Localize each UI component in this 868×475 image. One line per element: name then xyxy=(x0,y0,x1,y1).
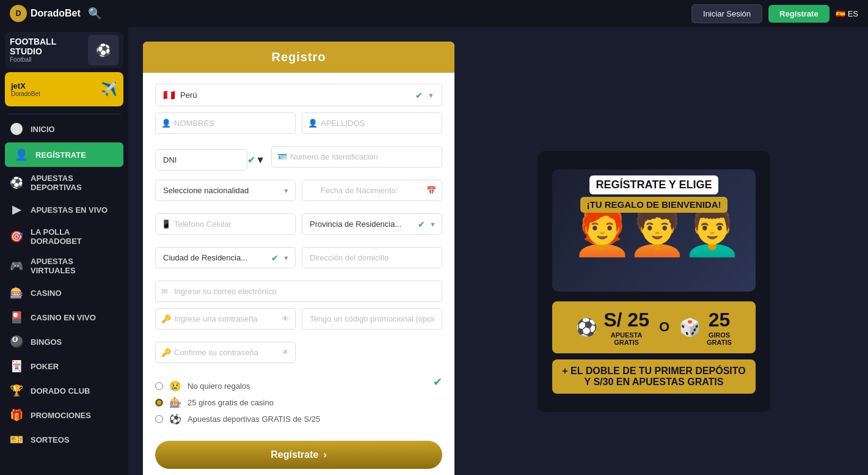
language-selector[interactable]: 🇪🇸 ES xyxy=(836,9,858,18)
search-button[interactable]: 🔍 xyxy=(88,7,101,20)
sidebar-item-promociones[interactable]: 🎁 PROMOCIONES xyxy=(0,403,128,427)
sidebar-item-sorteos[interactable]: 🎫 SORTEOS xyxy=(0,427,128,452)
promo-line2: ¡TU REGALO DE BIENVENIDA! xyxy=(586,199,721,210)
password-input[interactable] xyxy=(155,308,296,330)
sidebar-item-label: REGÍSTRATE xyxy=(35,150,114,160)
email-wrapper: ✉ xyxy=(155,281,442,302)
address-input[interactable] xyxy=(302,247,442,268)
lock2-icon: 🔑 xyxy=(161,348,171,357)
poker-icon: 🃏 xyxy=(10,359,23,373)
sidebar-banners: FOOTBALLSTUDIO Football ⚽ jetX DoradoBet… xyxy=(0,27,128,111)
register-button[interactable]: Regístrate xyxy=(768,5,830,23)
football-banner-title: FOOTBALLSTUDIO xyxy=(10,37,56,56)
password-row: 🔑 👁 xyxy=(155,308,442,336)
promo-bottom-line1: + EL DOBLE DE TU PRIMER DEPÓSITO xyxy=(562,366,745,376)
selection-check-icon: ✔ xyxy=(433,375,442,389)
phone-wrapper: 📱 xyxy=(155,213,296,235)
logo-icon: D xyxy=(10,5,27,22)
sidebar-item-apuestas-deportivas[interactable]: ⚽ APUESTAS DEPORTIVAS xyxy=(0,168,128,197)
football-banner-image: ⚽ xyxy=(88,35,119,65)
offer-separator: O xyxy=(659,319,669,335)
sidebar-item-casino[interactable]: 🎰 CASINO xyxy=(0,281,128,305)
sidebar-item-apuestas-vivo[interactable]: ▶ APUESTAS EN VIVO xyxy=(0,197,128,222)
sidebar-item-registrate[interactable]: 👤 REGÍSTRATE xyxy=(5,142,123,167)
sidebar-item-label: DORADO CLUB xyxy=(31,386,119,396)
promo-subtitle-box: ¡TU REGALO DE BIENVENIDA! xyxy=(580,197,727,213)
casino-vivo-icon: 🎴 xyxy=(10,311,23,324)
spin-emoji: 🎰 xyxy=(169,397,181,408)
jetx-banner-image: ✈️ xyxy=(101,81,117,97)
sidebar-item-dorado-club[interactable]: 🏆 DORADO CLUB xyxy=(0,378,128,403)
sidebar-item-casino-vivo[interactable]: 🎴 CASINO EN VIVO xyxy=(0,305,128,330)
sidebar-item-label: POKER xyxy=(31,362,119,371)
registrate-button[interactable]: Regístrate › xyxy=(155,441,442,469)
offer-1: S/ 25 APUESTAGRATIS xyxy=(604,309,649,346)
gift-selection-row: 😢 No quiero regalos 🎰 25 giros gratis de… xyxy=(155,375,442,435)
login-button[interactable]: Iniciar Sesión xyxy=(691,4,762,23)
radio-no-regalo[interactable]: 😢 No quiero regalos xyxy=(155,380,320,392)
eye2-icon[interactable]: 👁 xyxy=(282,348,290,357)
confirm-password-input[interactable] xyxy=(155,342,296,363)
logo-text: DoradoBet xyxy=(31,8,81,19)
promo-line1: REGÍSTRATE Y ELIGE xyxy=(596,179,712,191)
nationality-select[interactable]: Seleccione nacionalidad Peruana xyxy=(155,180,296,201)
sidebar-item-poker[interactable]: 🃏 POKER xyxy=(0,354,128,378)
eye-icon[interactable]: 👁 xyxy=(282,314,290,323)
jetx-banner[interactable]: jetX DoradoBet ✈️ xyxy=(5,72,123,106)
bingos-icon: 🎱 xyxy=(10,335,23,348)
sidebar-item-label: APUESTAS EN VIVO xyxy=(31,205,119,215)
jetx-banner-text: jetX DoradoBet xyxy=(11,81,40,97)
apuestas-label: Apuestas deportivas GRATIS de S/25 xyxy=(188,414,320,424)
giros-label: 25 giros gratis de casino xyxy=(188,398,274,407)
sidebar-item-label: BINGOS xyxy=(31,337,119,347)
id-number-input[interactable] xyxy=(271,146,442,168)
id-type-select[interactable]: DNI Pasaporte CE xyxy=(155,149,247,171)
sidebar-item-label: PROMOCIONES xyxy=(31,411,119,420)
nav-right: Iniciar Sesión Regístrate 🇪🇸 ES xyxy=(691,4,858,23)
sidebar-item-inicio[interactable]: ⚪ INICIO xyxy=(0,117,128,141)
id-icon: 🪪 xyxy=(277,152,287,161)
promo-code-input[interactable] xyxy=(302,308,442,330)
radio-apuestas[interactable]: ⚽ Apuestas deportivas GRATIS de S/25 xyxy=(155,413,320,425)
password-wrapper: 🔑 👁 xyxy=(155,308,296,330)
promo-bottom-banner: + EL DOBLE DE TU PRIMER DEPÓSITO Y S/30 … xyxy=(552,359,755,394)
province-select[interactable]: Provincia de Residencia... xyxy=(302,213,442,235)
country-selector[interactable]: 🇵🇪 Perú ✔ ▼ xyxy=(155,84,442,106)
country-name: Perú xyxy=(180,90,415,100)
football-banner-sub: Football xyxy=(10,56,56,63)
email-input[interactable] xyxy=(155,281,442,302)
sidebar-item-label: SORTEOS xyxy=(31,435,119,444)
apellidos-group: 👤 xyxy=(302,112,442,134)
city-group: Ciudad de Residencia... ✔ ▼ xyxy=(155,247,296,268)
promo-bottom-line2: Y S/30 EN APUESTAS GRATIS xyxy=(585,377,724,387)
birthdate-group: 📅 xyxy=(302,180,442,201)
sidebar-item-bingos[interactable]: 🎱 BINGOS xyxy=(0,330,128,354)
apellidos-input[interactable] xyxy=(302,112,442,134)
offer-2: 25 GIROSGRATIS xyxy=(707,309,732,346)
logo: D DoradoBet xyxy=(10,5,81,22)
sidebar-item-apuestas-virtuales[interactable]: 🎮 APUESTAS VIRTUALES xyxy=(0,251,128,281)
registration-box: Registro 🇵🇪 Perú ✔ ▼ 👤 xyxy=(143,42,454,475)
offer1-label: APUESTAGRATIS xyxy=(611,331,643,346)
phone-input[interactable] xyxy=(155,213,296,235)
radio-giros[interactable]: 🎰 25 giros gratis de casino xyxy=(155,397,320,408)
football-studio-banner[interactable]: FOOTBALLSTUDIO Football ⚽ xyxy=(5,32,123,68)
nombres-input[interactable] xyxy=(155,112,296,134)
sidebar-item-label: APUESTAS VIRTUALES xyxy=(31,257,119,275)
jetx-banner-title: jetX xyxy=(11,81,40,90)
promo-title-box: REGÍSTRATE Y ELIGE xyxy=(589,175,718,195)
birthdate-input[interactable] xyxy=(302,180,442,201)
promo-code-group xyxy=(302,308,442,330)
nationality-group: Seleccione nacionalidad Peruana ▼ xyxy=(155,180,296,201)
main-content: Registro 🇵🇪 Perú ✔ ▼ 👤 xyxy=(128,27,868,475)
sidebar-item-la-polla[interactable]: 🎯 LA POLLA DORADOBET xyxy=(0,222,128,251)
sidebar-item-label: INICIO xyxy=(31,125,119,134)
id-arrow-icon: ▼ xyxy=(255,155,265,166)
city-select[interactable]: Ciudad de Residencia... xyxy=(155,247,296,268)
sidebar-item-label: LA POLLA DORADOBET xyxy=(31,227,119,246)
sorteos-icon: 🎫 xyxy=(10,433,23,446)
chevron-right-icon: › xyxy=(323,449,326,460)
phone-province-row: 📱 Provincia de Residencia... ✔ ▼ xyxy=(155,213,442,241)
virtuales-icon: 🎮 xyxy=(10,259,23,273)
apellidos-wrapper: 👤 xyxy=(302,112,442,134)
